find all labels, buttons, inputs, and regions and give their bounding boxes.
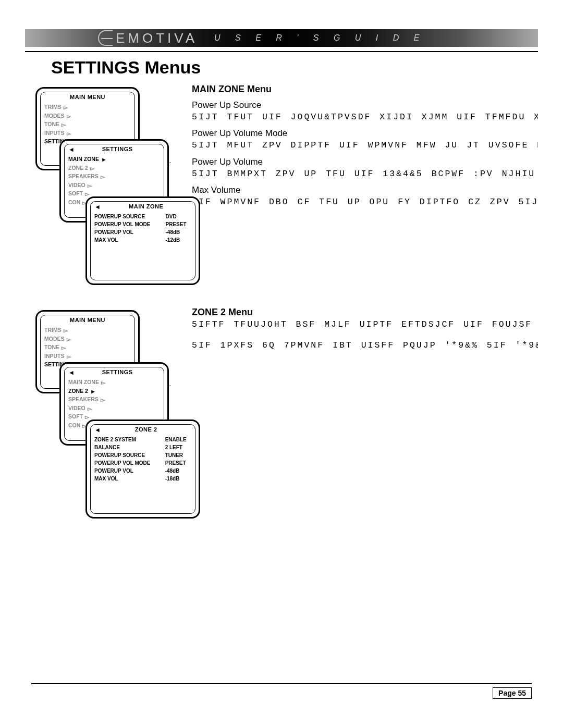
arrow-right-outline-icon: ▻	[62, 120, 66, 129]
osd-menu-item: INPUTS▻	[44, 352, 131, 361]
osd-menu-item: ZONE 2▻	[68, 164, 160, 173]
osd-title: SETTINGS	[102, 146, 133, 152]
osd-row: MAX VOL-18dB	[94, 475, 191, 483]
osd-label: POWERUP SOURCE	[94, 451, 161, 459]
osd-value: 2 LEFT	[161, 443, 191, 451]
osd-zone2: ◄ZONE 2 ZONE 2 SYSTEMENABLEBALANCE2 LEFT…	[85, 419, 200, 519]
body-text: 5IJT MFUT ZPV DIPPTF UIF WPMVNF MFW JU J…	[192, 140, 538, 151]
page-title: SETTINGS Menus	[51, 57, 538, 78]
arrow-right-outline-icon: ▻	[64, 326, 68, 335]
osd-menu-item: TONE▻	[44, 120, 131, 129]
main-zone-heading: MAIN ZONE Menu	[192, 84, 538, 95]
osd-label: ZONE 2 SYSTEM	[94, 436, 161, 443]
arrow-right-outline-icon: ▻	[85, 413, 89, 422]
arrow-right-outline-icon: ▻	[88, 404, 92, 413]
osd-title: MAIN MENU	[44, 94, 131, 100]
osd-menu-item: INPUTS▻	[44, 129, 131, 138]
osd-menu-item: SPEAKERS▻	[68, 172, 160, 181]
manual-page: EMOTIVA U S E R ' S G U I D E SETTINGS M…	[0, 0, 563, 728]
osd-label: POWERUP VOL	[94, 467, 161, 475]
osd-value: -12dB	[162, 236, 191, 244]
brand-logo: EMOTIVA	[98, 30, 198, 46]
osd-menu-item: MAIN ZONE►	[68, 155, 160, 164]
osd-row: POWERUP VOL-48dB	[94, 228, 191, 236]
arrow-right-outline-icon: ▻	[101, 396, 105, 404]
osd-row: POWERUP SOURCEDVD	[94, 213, 191, 220]
osd-menu-item: MODES▻	[44, 335, 131, 344]
back-arrow-icon: ◄	[68, 369, 75, 376]
osd-value: -18dB	[161, 475, 191, 483]
osd-row: POWERUP SOURCETUNER	[94, 451, 191, 459]
arrow-right-outline-icon: ▻	[67, 335, 71, 344]
osd-row: BALANCE2 LEFT	[94, 443, 191, 451]
brand-e-icon	[98, 30, 113, 46]
body-text: 5IJT TFUT UIF JOQVU&TPVSDF XIJDI XJMM UI…	[192, 112, 538, 123]
footer-rule	[31, 683, 532, 684]
arrow-right-outline-icon: ▻	[85, 190, 89, 199]
osd-title: MAIN MENU	[44, 317, 131, 323]
osd-menu-item: TONE▻	[44, 343, 131, 352]
osd-menu-item: VIDEO▻	[68, 181, 160, 190]
osd-label: POWERUP VOL MODE	[94, 459, 161, 467]
page-number: Page 55	[493, 687, 532, 699]
osd-main-zone: ◄MAIN ZONE POWERUP SOURCEDVDPOWERUP VOL …	[85, 196, 200, 285]
osd-row: POWERUP VOL MODEPRESET	[94, 220, 191, 228]
page-footer: Page 55	[31, 683, 532, 699]
arrow-right-outline-icon: ▻	[67, 112, 71, 121]
back-arrow-icon: ◄	[68, 146, 75, 153]
osd-label: MAX VOL	[94, 475, 161, 483]
osd-value: ENABLE	[161, 436, 191, 443]
arrow-right-outline-icon: ▻	[62, 343, 66, 352]
arrow-right-outline-icon: ▻	[101, 378, 105, 387]
osd-stack-zone2: MAIN MENU TRIMS▻MODES▻TONE▻INPUTS▻SETTIN…	[35, 310, 187, 529]
osd-value: -48dB	[162, 228, 191, 236]
arrow-right-outline-icon: ▻	[64, 103, 68, 112]
body-text: 5IF 1PXFS 6Q 7PMVNF IBT UISFF PQUJP '*9&…	[192, 340, 538, 351]
back-arrow-icon: ◄	[94, 426, 101, 434]
osd-label: MAX VOL	[94, 236, 162, 244]
back-arrow-icon: ◄	[94, 203, 101, 211]
osd-value: -48dB	[161, 467, 191, 475]
subhead-power-up-source: Power Up Source	[192, 100, 538, 110]
osd-value: DVD	[162, 213, 191, 220]
arrow-right-outline-icon: ▻	[88, 181, 92, 190]
header-rule	[25, 51, 538, 52]
osd-menu-item: SPEAKERS▻	[68, 396, 160, 404]
osd-stack-main: MAIN MENU TRIMS▻MODES▻TONE▻INPUTS▻SETTIN…	[35, 87, 187, 295]
osd-menu-item: TRIMS▻	[44, 326, 131, 335]
brand-text: EMOTIVA	[116, 30, 198, 46]
arrow-right-outline-icon: ▻	[101, 172, 105, 181]
osd-title: MAIN ZONE	[129, 203, 163, 209]
body-text: 5IF WPMVNF DBO CF TFU UP OPU FY DIPTFO C…	[192, 196, 538, 208]
subhead-power-up-volume: Power Up Volume	[192, 157, 538, 167]
osd-row: MAX VOL-12dB	[94, 236, 191, 244]
osd-title: ZONE 2	[135, 426, 157, 433]
arrow-right-outline-icon: ▻	[67, 352, 71, 361]
osd-label: BALANCE	[94, 443, 161, 451]
osd-title: SETTINGS	[102, 369, 133, 375]
arrow-right-solid-icon: ►	[90, 387, 96, 396]
body-text: 5IFTF TFUUJOHT BSF MJLF UIPTF EFTDSJCF U…	[192, 319, 538, 330]
osd-label: POWERUP VOL MODE	[94, 220, 162, 228]
zone2-heading: ZONE 2 Menu	[192, 307, 538, 318]
subhead-max-volume: Max Volume	[192, 185, 538, 195]
arrow-right-outline-icon: ▻	[67, 129, 71, 138]
osd-label: POWERUP VOL	[94, 228, 162, 236]
arrow-right-solid-icon: ►	[101, 155, 107, 164]
osd-menu-item: MAIN ZONE▻	[68, 378, 160, 387]
header-banner: EMOTIVA U S E R ' S G U I D E	[25, 29, 538, 47]
osd-row: POWERUP VOL-48dB	[94, 467, 191, 475]
osd-menu-item: TRIMS▻	[44, 103, 131, 112]
osd-label: POWERUP SOURCE	[94, 213, 162, 220]
osd-value: PRESET	[161, 459, 191, 467]
osd-row: ZONE 2 SYSTEMENABLE	[94, 436, 191, 443]
osd-value: PRESET	[162, 220, 191, 228]
osd-menu-item: VIDEO▻	[68, 404, 160, 413]
osd-menu-item: MODES▻	[44, 112, 131, 121]
osd-value: TUNER	[161, 451, 191, 459]
osd-menu-item: ZONE 2►	[68, 387, 160, 396]
users-guide-label: U S E R ' S G U I D E	[214, 33, 425, 43]
zone2-section: MAIN MENU TRIMS▻MODES▻TONE▻INPUTS▻SETTIN…	[25, 305, 538, 529]
body-text: 5IJT BMMPXT ZPV UP TFU UIF 13&4&5 BCPWF …	[192, 168, 538, 180]
subhead-power-up-vol-mode: Power Up Volume Mode	[192, 128, 538, 139]
